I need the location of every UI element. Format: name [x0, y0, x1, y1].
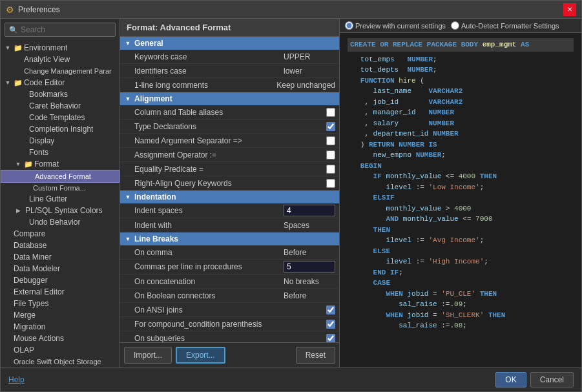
section-expander-icon: ▼ — [124, 39, 132, 47]
leaf-icon — [14, 113, 23, 122]
sidebar-item-database[interactable]: Database — [1, 240, 120, 251]
sidebar-item-plsql-syntax[interactable]: ▶ PL/SQL Syntax Colors — [1, 205, 120, 216]
tree-container: ▼ 📁 Environment Analytic View Change Man… — [1, 41, 120, 367]
setting-label: 1-line long comments — [134, 81, 276, 90]
sidebar-item-label: Compare — [14, 229, 45, 238]
help-link[interactable]: Help — [8, 375, 25, 384]
sidebar-item-compare[interactable]: Compare — [1, 228, 120, 240]
code-preview-area: CREATE OR REPLACE PACKAGE BODY emp_mgmt … — [340, 33, 581, 367]
bottom-buttons: Import... Export... Reset — [120, 342, 339, 367]
sidebar-item-label: Merge — [14, 311, 36, 320]
sidebar-item-completion-insight[interactable]: Completion Insight — [1, 123, 120, 135]
search-input[interactable] — [21, 25, 111, 34]
leaf-icon — [3, 346, 12, 355]
footer-right: OK Cancel — [495, 372, 574, 387]
sidebar-item-display[interactable]: Display — [1, 135, 120, 147]
sidebar-item-label: Data Miner — [14, 253, 52, 262]
input-commas-per-line[interactable] — [284, 261, 335, 273]
section-indentation[interactable]: ▼ Indentation — [120, 191, 339, 203]
sidebar-item-line-gutter[interactable]: Line Gutter — [1, 193, 120, 205]
sidebar-item-bookmarks[interactable]: Bookmarks — [1, 88, 120, 100]
setting-label: Equality Predicate = — [134, 165, 326, 174]
setting-label: Commas per line in procedures — [134, 262, 284, 271]
setting-row-type-decl: Type Declarations — [120, 119, 339, 134]
setting-label: Indent with — [134, 221, 284, 230]
folder-icon: 📁 — [24, 160, 33, 169]
setting-label: Identifiers case — [134, 67, 284, 76]
sidebar-item-file-types[interactable]: File Types — [1, 298, 120, 309]
sidebar-item-format[interactable]: ▼ 📁 Format — [1, 158, 120, 170]
code-line: , department_id NUMBER — [348, 129, 574, 139]
sidebar-item-environment[interactable]: ▼ 📁 Environment — [1, 42, 120, 54]
leaf-icon — [3, 276, 12, 285]
checkbox-equality[interactable] — [326, 165, 335, 174]
sidebar-item-data-modeler[interactable]: Data Modeler — [1, 263, 120, 274]
checkbox-named-arg[interactable] — [326, 136, 335, 145]
sidebar-item-code-templates[interactable]: Code Templates — [1, 112, 120, 123]
leaf-icon — [3, 229, 12, 238]
sidebar-item-label: Undo Behavior — [24, 218, 80, 227]
setting-label: For compound_condition parenthesis — [134, 320, 326, 329]
sidebar-item-undo-behavior[interactable]: Undo Behavior — [1, 216, 120, 228]
sidebar-item-debugger[interactable]: Debugger — [1, 274, 120, 286]
sidebar-item-analytic-view[interactable]: Analytic View — [1, 54, 120, 65]
sidebar-item-olap[interactable]: OLAP — [1, 344, 120, 356]
code-line: ilevel := 'Low Income'; — [348, 182, 574, 193]
sidebar-item-caret-behavior[interactable]: Caret Behavior — [1, 100, 120, 112]
leaf-icon — [14, 55, 23, 64]
sidebar-item-data-miner[interactable]: Data Miner — [1, 251, 120, 263]
radio-auto-detect[interactable]: Auto-Detect Formatter Settings — [451, 21, 559, 30]
checkbox-col-aliases[interactable] — [326, 108, 335, 117]
radio-preview-current[interactable]: Preview with current settings — [345, 21, 446, 30]
sidebar-item-label: Code Templates — [24, 113, 85, 122]
code-line: WHEN jobid = 'PU_CLE' THEN — [348, 289, 574, 300]
cancel-button[interactable]: Cancel — [530, 372, 574, 387]
sidebar-item-label: Format — [34, 160, 59, 169]
setting-label: Assignment Operator := — [134, 150, 326, 160]
setting-label: Named Argument Separator => — [134, 136, 326, 145]
sidebar-item-fonts[interactable]: Fonts — [1, 147, 120, 158]
reset-button[interactable]: Reset — [296, 347, 335, 364]
section-alignment[interactable]: ▼ Alignment — [120, 92, 339, 105]
ok-button[interactable]: OK — [495, 372, 526, 387]
sidebar-item-change-mgmt[interactable]: Change Management Parar — [1, 65, 120, 77]
sidebar-item-oracle-swift[interactable]: Oracle Swift Object Storage — [1, 356, 120, 367]
close-button[interactable]: ✕ — [563, 3, 576, 16]
checkbox-assignment[interactable] — [326, 150, 335, 160]
sidebar-item-merge[interactable]: Merge — [1, 309, 120, 321]
export-button[interactable]: Export... — [176, 347, 225, 364]
leaf-icon — [14, 67, 23, 76]
sidebar-item-external-editor[interactable]: External Editor — [1, 286, 120, 298]
leaf-icon — [3, 322, 12, 331]
section-line-breaks[interactable]: ▼ Line Breaks — [120, 232, 339, 245]
checkbox-ansi-joins[interactable] — [326, 305, 335, 315]
setting-label: On Boolean connectors — [134, 291, 284, 300]
expander-icon: ▼ — [3, 43, 12, 52]
code-line: tot_depts NUMBER; — [348, 65, 574, 76]
setting-label: On ANSI joins — [134, 305, 326, 315]
sidebar-item-code-editor[interactable]: ▼ 📁 Code Editor — [1, 77, 120, 88]
sidebar-item-migration[interactable]: Migration — [1, 321, 120, 333]
footer: Help OK Cancel — [1, 367, 581, 391]
checkbox-compound-cond[interactable] — [326, 320, 335, 329]
sidebar-item-label: Fonts — [24, 148, 48, 157]
section-label: General — [134, 39, 163, 48]
radio-input-auto[interactable] — [451, 21, 459, 30]
sidebar-item-custom-format[interactable]: Custom Forma... — [1, 183, 120, 193]
setting-label: On concatenation — [134, 277, 284, 286]
sidebar-item-mouse-actions[interactable]: Mouse Actions — [1, 333, 120, 344]
input-indent-spaces[interactable] — [284, 205, 335, 216]
window-title: Preferences — [18, 5, 559, 14]
checkbox-subqueries[interactable] — [326, 334, 335, 343]
leaf-icon — [3, 311, 12, 320]
checkbox-type-decl[interactable] — [326, 122, 335, 131]
code-line: BEGIN — [348, 161, 574, 172]
section-general[interactable]: ▼ General — [120, 37, 339, 50]
import-button[interactable]: Import... — [124, 347, 172, 364]
checkbox-right-align[interactable] — [326, 179, 335, 188]
radio-input-current[interactable] — [345, 21, 353, 30]
radio-label-text: Preview with current settings — [355, 22, 446, 30]
sidebar-item-advanced-format[interactable]: Advanced Format — [1, 170, 120, 183]
code-line: ilevel := 'High Income'; — [348, 256, 574, 267]
setting-value: Spaces — [284, 221, 335, 230]
